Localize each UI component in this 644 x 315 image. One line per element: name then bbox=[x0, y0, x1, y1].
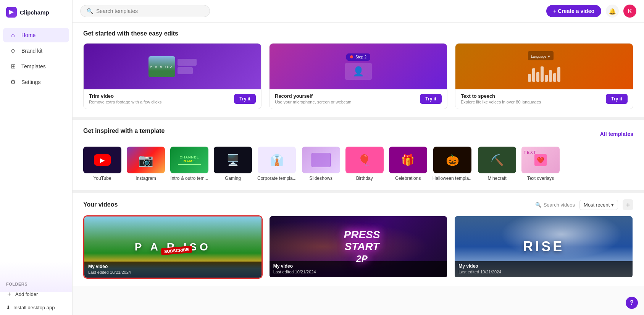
install-desktop-app-button[interactable]: ⬇ Install desktop app bbox=[6, 305, 66, 310]
trim-thumbnail: P A R ISO bbox=[84, 44, 261, 89]
templates-title: Get inspired with a template bbox=[83, 128, 165, 134]
sort-button[interactable]: Most recent ▾ bbox=[579, 200, 618, 210]
sidebar-item-home[interactable]: ⌂ Home bbox=[3, 28, 69, 42]
record-try-button[interactable]: Try it bbox=[420, 94, 442, 104]
template-youtube[interactable]: ▶ YouTube bbox=[83, 147, 121, 181]
search-icon: 🔍 bbox=[87, 8, 93, 14]
template-minecraft-thumb: ⛏️ bbox=[478, 147, 516, 173]
video-search-label: Search videos bbox=[544, 202, 575, 208]
search-bar[interactable]: 🔍 bbox=[80, 5, 210, 17]
template-corporate[interactable]: 👔 Corporate templa... bbox=[257, 147, 297, 181]
tts-card[interactable]: Language ▼ bbox=[455, 43, 633, 109]
header: 🔍 + Create a video 🔔 K bbox=[73, 0, 644, 23]
video3-date: Last edited 10/21/2024 bbox=[458, 270, 629, 274]
template-instagram[interactable]: 📷 Instagram bbox=[127, 147, 165, 181]
template-birthday-thumb: 🎈 bbox=[345, 147, 384, 173]
template-birthday-label: Birthday bbox=[356, 176, 373, 181]
template-gaming-thumb: 🖥️ bbox=[214, 147, 252, 173]
create-video-button[interactable]: + Create a video bbox=[546, 5, 601, 17]
template-celebrations-thumb: 🎁 bbox=[389, 147, 427, 173]
main-area: 🔍 + Create a video 🔔 K Get started with … bbox=[73, 0, 644, 315]
video2-thumbnail: PRESSSTART2P My video Last edited 10/21/… bbox=[270, 216, 447, 277]
sort-label: Most recent bbox=[584, 202, 610, 208]
record-card-info: Record yourself Use your microphone, scr… bbox=[270, 89, 447, 109]
content-area: Get started with these easy edits P A R … bbox=[73, 23, 644, 315]
search-input[interactable] bbox=[96, 8, 203, 14]
videos-controls: 🔍 Search videos Most recent ▾ ＋ bbox=[535, 199, 633, 210]
logo-container[interactable]: Clipchamp bbox=[0, 0, 72, 23]
add-video-button[interactable]: ＋ bbox=[623, 199, 633, 210]
video1-thumbnail: P A R ISO SUBSCRIBE My video Last edited… bbox=[84, 216, 261, 278]
logo-icon bbox=[6, 7, 17, 18]
video1-date: Last edited 10/21/2024 bbox=[88, 270, 258, 275]
video3-info: My video Last edited 10/21/2024 bbox=[455, 261, 633, 277]
download-icon: ⬇ bbox=[6, 305, 10, 310]
template-text-overlays-label: Text overlays bbox=[527, 176, 554, 181]
home-icon: ⌂ bbox=[9, 32, 17, 39]
template-intro-label: Intro & outro tem... bbox=[170, 176, 208, 181]
video3-thumbnail: RISE My video Last edited 10/21/2024 bbox=[455, 216, 633, 277]
all-templates-link[interactable]: All templates bbox=[600, 131, 633, 137]
avatar[interactable]: K bbox=[623, 5, 636, 18]
folders-section: FOLDERS ＋ Add folder bbox=[0, 276, 72, 300]
youtube-play-icon: ▶ bbox=[94, 154, 111, 166]
sidebar-item-home-label: Home bbox=[21, 32, 36, 38]
add-folder-button[interactable]: ＋ Add folder bbox=[6, 287, 66, 298]
templates-header: Get inspired with a template All templat… bbox=[83, 128, 633, 141]
trim-card[interactable]: P A R ISO Trim bbox=[83, 43, 261, 109]
template-slideshows-label: Slideshows bbox=[309, 176, 332, 181]
notification-icon: 🔔 bbox=[608, 8, 616, 15]
template-minecraft-label: Minecraft bbox=[487, 176, 506, 181]
sidebar-item-templates[interactable]: ⊞ Templates bbox=[3, 59, 69, 74]
tts-card-info: Text to speech Explore lifelike voices i… bbox=[455, 89, 633, 109]
trim-card-name: Trim video bbox=[89, 93, 161, 99]
video-card-2[interactable]: PRESSSTART2P My video Last edited 10/21/… bbox=[269, 215, 448, 279]
svg-marker-0 bbox=[9, 10, 14, 15]
tts-card-desc: Explore lifelike voices in over 80 langu… bbox=[461, 100, 541, 104]
template-intro[interactable]: CHANNEL NAME Intro & outro tem... bbox=[170, 147, 208, 181]
video-search-button[interactable]: 🔍 Search videos bbox=[535, 202, 575, 208]
trim-try-button[interactable]: Try it bbox=[234, 94, 256, 104]
sidebar-item-settings-label: Settings bbox=[21, 79, 41, 85]
install-app-label: Install desktop app bbox=[13, 305, 55, 310]
templates-section: Get inspired with a template All templat… bbox=[73, 120, 644, 193]
sidebar-bottom: ⬇ Install desktop app bbox=[0, 300, 72, 315]
your-videos-section: Your videos 🔍 Search videos Most recent … bbox=[73, 193, 644, 286]
sidebar-item-settings[interactable]: ⚙ Settings bbox=[3, 74, 69, 89]
template-minecraft[interactable]: ⛏️ Minecraft bbox=[478, 147, 516, 181]
template-carousel: ▶ YouTube 📷 Instagram CHANNEL bbox=[83, 147, 633, 183]
easy-edits-title: Get started with these easy edits bbox=[83, 30, 633, 37]
record-card[interactable]: Step 2 👤 Record yourself Use your micro bbox=[269, 43, 447, 109]
help-button[interactable]: ? bbox=[626, 297, 638, 309]
template-corporate-thumb: 👔 bbox=[258, 147, 296, 173]
template-birthday[interactable]: 🎈 Birthday bbox=[345, 147, 384, 181]
easy-edits-section: Get started with these easy edits P A R … bbox=[73, 23, 644, 120]
template-slideshows[interactable]: Slideshows bbox=[302, 147, 340, 181]
tts-thumbnail: Language ▼ bbox=[455, 44, 633, 89]
template-instagram-label: Instagram bbox=[136, 176, 156, 181]
sidebar-item-brandkit[interactable]: ◇ Brand kit bbox=[3, 43, 69, 58]
record-thumbnail: Step 2 👤 bbox=[270, 44, 447, 89]
app-name: Clipchamp bbox=[20, 9, 49, 16]
notification-button[interactable]: 🔔 bbox=[606, 5, 619, 18]
template-youtube-thumb: ▶ bbox=[83, 147, 121, 173]
video-search-icon: 🔍 bbox=[535, 202, 541, 208]
sidebar-item-templates-label: Templates bbox=[21, 63, 46, 69]
template-instagram-thumb: 📷 bbox=[127, 147, 165, 173]
template-gaming[interactable]: 🖥️ Gaming bbox=[214, 147, 252, 181]
sidebar: Clipchamp ⌂ Home ◇ Brand kit ⊞ Templates… bbox=[0, 0, 73, 315]
template-halloween[interactable]: 🎃 Halloween templa... bbox=[433, 147, 473, 181]
video-card-1[interactable]: P A R ISO SUBSCRIBE My video Last edited… bbox=[83, 215, 263, 279]
template-intro-thumb: CHANNEL NAME bbox=[170, 147, 208, 173]
video3-name: My video bbox=[458, 263, 629, 269]
template-text-overlays[interactable]: TEXT ❤️ Text overlays bbox=[521, 147, 560, 181]
template-celebrations[interactable]: 🎁 Celebrations bbox=[389, 147, 427, 181]
tts-try-button[interactable]: Try it bbox=[606, 94, 628, 104]
folders-label: FOLDERS bbox=[6, 282, 27, 286]
templates-icon: ⊞ bbox=[9, 63, 17, 70]
video-card-3[interactable]: RISE My video Last edited 10/21/2024 bbox=[454, 215, 633, 279]
sidebar-item-brandkit-label: Brand kit bbox=[21, 48, 42, 54]
trim-card-info: Trim video Remove extra footage with a f… bbox=[84, 89, 261, 109]
tts-card-name: Text to speech bbox=[461, 93, 541, 99]
template-slideshows-thumb bbox=[302, 147, 340, 173]
